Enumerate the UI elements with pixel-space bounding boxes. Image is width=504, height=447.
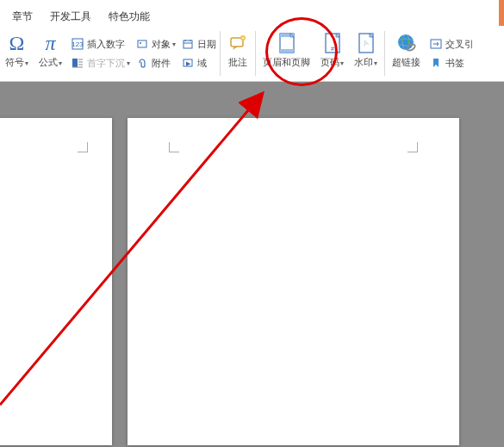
insert-number-button[interactable]: 123 插入数字 — [69, 35, 132, 53]
symbol-label: 符号 — [5, 57, 24, 67]
document-canvas[interactable] — [0, 82, 504, 447]
field-icon: ▶ — [181, 56, 195, 70]
menu-devtools[interactable]: 开发工具 — [41, 8, 100, 26]
bookmark-label: 书签 — [445, 57, 464, 70]
attachment-icon — [135, 56, 149, 70]
ribbon-toolbar: Ω 符号▾ π 公式▾ 123 插入数字 首字下沉▾ 对象▾ 附件 日期 — [0, 26, 504, 82]
watermark-label: 水印 — [354, 57, 373, 67]
object-button[interactable]: 对象▾ — [134, 35, 177, 53]
cross-ref-icon — [429, 37, 443, 51]
header-footer-label: 页眉和页脚 — [263, 57, 310, 67]
menu-chapter[interactable]: 章节 — [3, 8, 41, 26]
date-button[interactable]: 日期 — [179, 35, 218, 53]
svg-text:▶: ▶ — [186, 60, 191, 66]
formula-button[interactable]: π 公式▾ — [34, 29, 67, 79]
page-number-label: 页码 — [320, 57, 339, 67]
orange-accent — [499, 0, 504, 26]
object-icon — [135, 37, 149, 51]
menubar: 章节 开发工具 特色功能 — [0, 7, 504, 26]
svg-rect-9 — [184, 40, 192, 48]
date-label: 日期 — [197, 38, 216, 51]
number-icon: 123 — [71, 37, 84, 51]
page-right — [128, 118, 459, 445]
insert-number-label: 插入数字 — [87, 38, 125, 51]
bookmark-button[interactable]: 书签 — [427, 54, 476, 71]
svg-point-25 — [398, 34, 414, 50]
svg-rect-7 — [138, 40, 146, 47]
calendar-icon — [181, 37, 195, 51]
menu-special[interactable]: 特色功能 — [100, 8, 159, 26]
page-number-button[interactable]: # 页码▾ — [315, 29, 349, 79]
annotation-button[interactable]: ✦ 批注 — [222, 29, 253, 79]
field-label: 域 — [197, 57, 207, 70]
cross-ref-button[interactable]: 交叉引 — [427, 35, 476, 53]
hyperlink-label: 超链接 — [392, 57, 420, 67]
page-left — [0, 118, 112, 445]
bookmark-icon — [429, 56, 443, 70]
annotation-icon: ✦ — [227, 33, 248, 53]
svg-text:123: 123 — [72, 40, 84, 48]
header-footer-button[interactable]: 页眉和页脚 — [258, 29, 315, 79]
cross-ref-label: 交叉引 — [445, 38, 474, 51]
drop-cap-icon — [71, 56, 84, 70]
object-label: 对象 — [152, 38, 171, 51]
svg-text:✦: ✦ — [241, 35, 245, 40]
watermark-button[interactable]: A 水印▾ — [349, 29, 383, 79]
annotation-label: 批注 — [228, 57, 247, 67]
field-button[interactable]: ▶ 域 — [179, 54, 218, 71]
symbol-button[interactable]: Ω 符号▾ — [0, 29, 34, 79]
svg-rect-20 — [280, 49, 294, 53]
page-number-icon: # — [323, 32, 342, 54]
omega-icon: Ω — [9, 32, 25, 55]
first-char-sink-button[interactable]: 首字下沉▾ — [69, 54, 132, 71]
hyperlink-button[interactable]: 超链接 — [387, 29, 426, 79]
watermark-icon: A — [357, 32, 376, 54]
svg-point-8 — [140, 42, 141, 44]
attachment-button[interactable]: 附件 — [134, 54, 177, 71]
svg-rect-2 — [72, 59, 78, 67]
svg-text:#: # — [331, 46, 334, 52]
header-footer-icon — [277, 32, 297, 54]
first-char-sink-label: 首字下沉 — [87, 57, 125, 70]
pi-icon: π — [45, 32, 55, 55]
formula-label: 公式 — [39, 57, 58, 67]
attachment-label: 附件 — [152, 57, 171, 70]
globe-link-icon — [395, 32, 418, 54]
